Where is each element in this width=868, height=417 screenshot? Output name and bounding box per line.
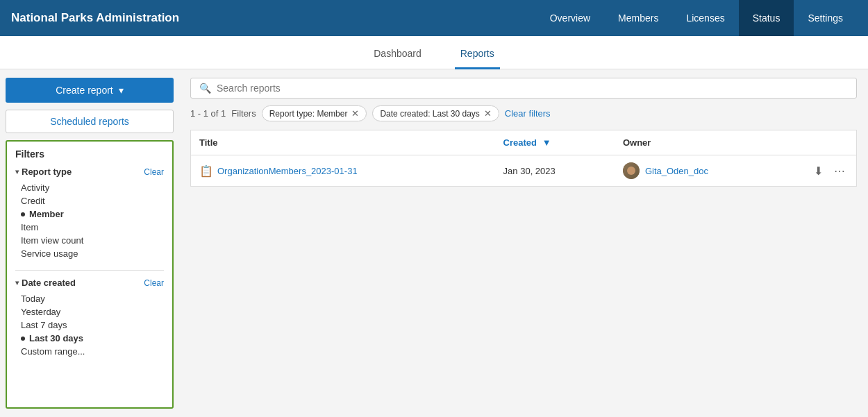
- tab-reports[interactable]: Reports: [455, 40, 500, 69]
- report-type-tag[interactable]: Report type: Member ✕: [262, 105, 367, 121]
- sub-tab-bar: Dashboard Reports: [0, 36, 868, 69]
- download-button[interactable]: ⬇: [811, 163, 826, 179]
- content-area: 🔍 1 - 1 of 1 Filters Report type: Member…: [179, 69, 868, 417]
- date-created-label: Date created: [22, 278, 76, 288]
- date-created-header[interactable]: ▾ Date created Clear: [15, 278, 164, 288]
- filter-today[interactable]: Today: [18, 292, 164, 305]
- date-created-section: ▾ Date created Clear Today Yesterday Las…: [15, 278, 164, 358]
- filter-panel: Filters ▾ Report type Clear Activity Cre…: [6, 140, 174, 409]
- nav-settings[interactable]: Settings: [794, 0, 857, 36]
- owner-link[interactable]: Gita_Oden_doc: [645, 166, 708, 176]
- filter-item[interactable]: Item: [18, 221, 164, 234]
- filter-last7days[interactable]: Last 7 days: [18, 318, 164, 332]
- filter-custom-range[interactable]: Custom range...: [18, 345, 164, 358]
- column-title: Title: [191, 130, 495, 155]
- filter-credit[interactable]: Credit: [18, 194, 164, 207]
- report-type-header[interactable]: ▾ Report type Clear: [15, 167, 164, 177]
- column-created[interactable]: Created ▼: [495, 130, 615, 155]
- filter-yesterday[interactable]: Yesterday: [18, 305, 164, 318]
- filters-title: Filters: [15, 148, 164, 160]
- scheduled-reports-button[interactable]: Scheduled reports: [6, 110, 174, 133]
- sidebar: Create report ▾ Scheduled reports Filter…: [0, 69, 179, 417]
- search-icon: 🔍: [199, 83, 211, 94]
- cell-title: 📋 OrganizationMembers_2023-01-31: [191, 155, 495, 187]
- column-owner: Owner: [615, 130, 857, 155]
- date-created-clear[interactable]: Clear: [144, 278, 164, 288]
- nav-licenses[interactable]: Licenses: [672, 0, 738, 36]
- filter-divider: [15, 270, 164, 271]
- cell-owner: Gita_Oden_doc ⬇ ⋯: [615, 155, 857, 187]
- main-layout: Create report ▾ Scheduled reports Filter…: [0, 69, 868, 417]
- cell-created: Jan 30, 2023: [495, 155, 615, 187]
- nav-overview[interactable]: Overview: [536, 0, 604, 36]
- filter-member[interactable]: Member: [18, 207, 164, 221]
- filter-item-view-count[interactable]: Item view count: [18, 234, 164, 247]
- report-type-clear[interactable]: Clear: [144, 167, 164, 177]
- filter-activity[interactable]: Activity: [18, 181, 164, 194]
- search-input[interactable]: [217, 83, 848, 94]
- remove-date-created-tag[interactable]: ✕: [484, 108, 492, 119]
- filters-label: Filters: [231, 108, 256, 119]
- reports-table: Title Created ▼ Owner 📋: [190, 130, 857, 187]
- sort-arrow-icon: ▼: [542, 137, 551, 148]
- clear-filters-button[interactable]: Clear filters: [505, 108, 551, 119]
- nav-status[interactable]: Status: [739, 0, 794, 36]
- results-count: 1 - 1 of 1: [190, 108, 226, 119]
- more-options-button[interactable]: ⋯: [831, 163, 848, 179]
- report-title-link[interactable]: 📋 OrganizationMembers_2023-01-31: [199, 164, 487, 178]
- report-type-items: Activity Credit Member Item Item view co…: [15, 181, 164, 260]
- selected-dot-2: [21, 337, 25, 341]
- create-report-button[interactable]: Create report ▾: [6, 78, 174, 103]
- filter-bar: 1 - 1 of 1 Filters Report type: Member ✕…: [190, 105, 857, 121]
- table-row: 📋 OrganizationMembers_2023-01-31 Jan 30,…: [191, 155, 857, 187]
- tab-dashboard[interactable]: Dashboard: [368, 40, 427, 69]
- top-navigation: National Parks Administration Overview M…: [0, 0, 868, 36]
- chevron-down-icon-2: ▾: [15, 279, 19, 287]
- app-title: National Parks Administration: [11, 11, 536, 25]
- dropdown-arrow-icon: ▾: [119, 85, 124, 96]
- remove-report-type-tag[interactable]: ✕: [351, 108, 359, 119]
- row-actions: ⬇ ⋯: [811, 163, 848, 179]
- filter-last30days[interactable]: Last 30 days: [18, 332, 164, 345]
- report-type-section: ▾ Report type Clear Activity Credit Memb…: [15, 167, 164, 260]
- filter-service-usage[interactable]: Service usage: [18, 247, 164, 260]
- selected-dot: [21, 212, 25, 216]
- report-type-label: Report type: [22, 167, 72, 177]
- table-header-row: Title Created ▼ Owner: [191, 130, 857, 155]
- date-created-tag[interactable]: Date created: Last 30 days ✕: [372, 105, 499, 121]
- owner-info: Gita_Oden_doc: [623, 162, 708, 179]
- doc-icon: 📋: [199, 164, 213, 178]
- nav-links: Overview Members Licenses Status Setting…: [536, 0, 857, 36]
- date-created-items: Today Yesterday Last 7 days Last 30 days…: [15, 292, 164, 358]
- search-bar: 🔍: [190, 78, 857, 99]
- avatar: [623, 162, 640, 179]
- nav-members[interactable]: Members: [604, 0, 672, 36]
- chevron-down-icon: ▾: [15, 168, 19, 176]
